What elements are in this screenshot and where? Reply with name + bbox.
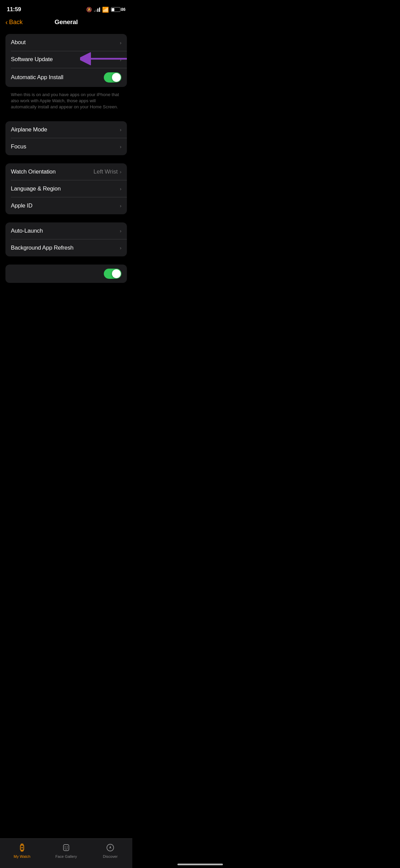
apple-id-row[interactable]: Apple ID › — [5, 197, 127, 214]
about-chevron-icon: › — [120, 40, 121, 46]
background-app-refresh-chevron-icon: › — [120, 245, 121, 251]
airplane-mode-chevron-icon: › — [120, 127, 121, 132]
toggle-knob — [112, 73, 121, 82]
language-region-label: Language & Region — [11, 185, 61, 192]
settings-group-2: Airplane Mode › Focus › — [5, 121, 127, 155]
about-row[interactable]: About › — [5, 34, 127, 51]
automatic-app-install-description: When this is on and you have apps on you… — [5, 90, 127, 116]
auto-launch-chevron-icon: › — [120, 228, 121, 234]
airplane-mode-row[interactable]: Airplane Mode › — [5, 121, 127, 138]
about-label: About — [11, 39, 25, 46]
background-app-refresh-row[interactable]: Background App Refresh › — [5, 239, 127, 256]
silent-icon: 🔕 — [86, 7, 92, 12]
nav-bar: ‹ Back General — [0, 17, 132, 31]
battery-container: 36 — [111, 7, 126, 12]
automatic-app-install-toggle[interactable] — [104, 72, 121, 83]
software-update-row[interactable]: Software Update › — [5, 51, 127, 68]
partial-group — [5, 265, 127, 283]
status-time: 11:59 — [7, 6, 21, 13]
settings-content: About › Software Update › — [0, 31, 132, 317]
wifi-icon: 📶 — [102, 6, 109, 13]
language-region-row[interactable]: Language & Region › — [5, 180, 127, 197]
language-region-chevron-icon: › — [120, 186, 121, 192]
status-icons: 🔕 📶 36 — [86, 6, 126, 13]
watch-orientation-value: Left Wrist — [94, 168, 118, 175]
watch-orientation-label: Watch Orientation — [11, 168, 56, 175]
status-bar: 11:59 🔕 📶 36 — [0, 0, 132, 17]
battery-percentage: 36 — [121, 7, 126, 12]
auto-launch-row[interactable]: Auto-Launch › — [5, 222, 127, 239]
settings-group-4: Auto-Launch › Background App Refresh › — [5, 222, 127, 256]
airplane-mode-label: Airplane Mode — [11, 126, 47, 133]
back-chevron-icon: ‹ — [5, 18, 8, 26]
software-update-chevron-icon: › — [120, 57, 121, 62]
watch-orientation-chevron-icon: › — [120, 169, 121, 175]
watch-orientation-row[interactable]: Watch Orientation Left Wrist › — [5, 163, 127, 180]
apple-id-chevron-icon: › — [120, 203, 121, 209]
back-button[interactable]: ‹ Back — [5, 18, 23, 26]
background-app-refresh-label: Background App Refresh — [11, 245, 74, 251]
battery-icon — [111, 7, 120, 12]
partial-toggle[interactable] — [104, 269, 121, 279]
automatic-app-install-row[interactable]: Automatic App Install — [5, 68, 127, 87]
automatic-app-install-label: Automatic App Install — [11, 74, 63, 81]
back-label: Back — [9, 19, 23, 26]
software-update-label: Software Update — [11, 56, 53, 63]
auto-launch-label: Auto-Launch — [11, 228, 43, 234]
settings-group-1: About › Software Update › — [5, 34, 127, 87]
focus-label: Focus — [11, 143, 26, 150]
focus-row[interactable]: Focus › — [5, 138, 127, 155]
page-title: General — [55, 18, 78, 26]
partial-toggle-knob — [112, 269, 121, 278]
signal-bars — [94, 7, 100, 12]
settings-group-3: Watch Orientation Left Wrist › Language … — [5, 163, 127, 214]
apple-id-label: Apple ID — [11, 202, 33, 209]
focus-chevron-icon: › — [120, 144, 121, 149]
